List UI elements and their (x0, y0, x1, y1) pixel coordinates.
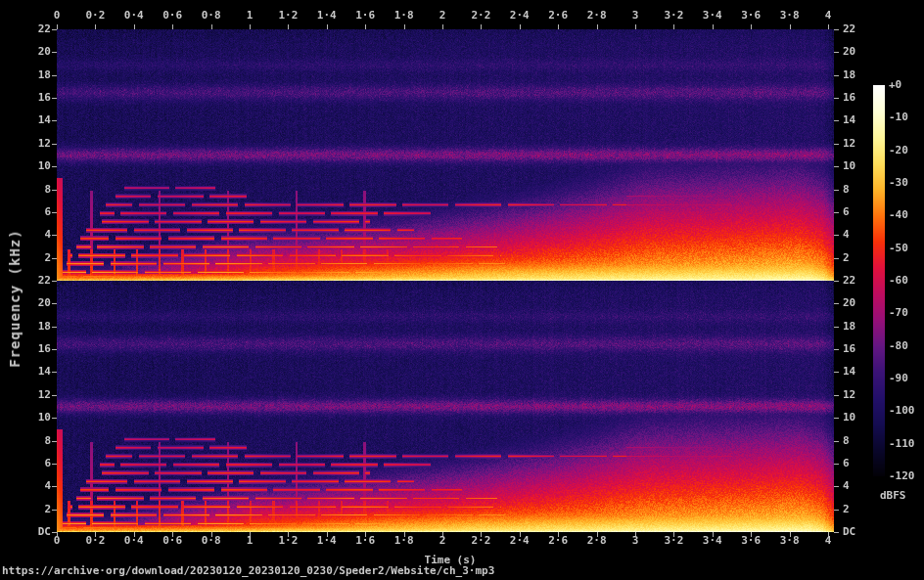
freq-tick-label-left: 22 (0, 275, 51, 287)
time-tick-label-bottom: 0·4 (124, 535, 144, 547)
colorbar-tick-label: +0 (889, 79, 901, 91)
time-tick-label-bottom: 3 (632, 535, 639, 547)
freq-tick-label-left: 6 (0, 458, 51, 469)
freq-tick-label-right: 4 (843, 480, 850, 492)
freq-tick-label-left: 20 (0, 297, 51, 309)
time-tick-label-bottom: 2·6 (548, 535, 568, 547)
time-tick-label-bottom: 1·6 (355, 535, 375, 547)
title-url: https://archive·org/download/20230120_20… (2, 564, 494, 577)
freq-tick-label-right: 6 (843, 206, 850, 218)
freq-tick-label-left: 14 (0, 114, 51, 126)
time-tick-label-bottom: 0 (54, 535, 61, 547)
freq-tick-label-left: 14 (0, 366, 51, 378)
time-tick-label-top: 3 (632, 10, 639, 22)
freq-tick-label-left: 4 (0, 229, 51, 241)
time-tick-label-top: 1·2 (278, 10, 298, 22)
freq-tick-label-left: 4 (0, 480, 51, 492)
freq-tick-label-right: 22 (843, 23, 855, 35)
freq-tick-label-left: 8 (0, 435, 51, 447)
time-tick-label-top: 0·8 (202, 10, 221, 22)
time-tick-label-bottom: 0·8 (202, 535, 221, 547)
freq-tick-label-left: 12 (0, 138, 51, 150)
freq-tick-label-right: 4 (843, 229, 850, 241)
colorbar-tick-label: -50 (889, 243, 908, 254)
time-tick-label-top: 0·2 (85, 10, 105, 22)
freq-tick-label-right: 8 (843, 184, 850, 196)
time-tick-label-bottom: 0·6 (162, 535, 182, 547)
time-tick-label-top: 3·2 (664, 10, 683, 22)
freq-tick-label-left: 18 (0, 321, 51, 333)
colorbar-tick-label: -20 (889, 145, 908, 156)
colorbar-tick-label: -120 (889, 470, 915, 482)
freq-tick-label-left: 10 (0, 160, 51, 172)
time-tick-label-bottom: 0·2 (85, 535, 105, 547)
freq-tick-label-right: 10 (843, 412, 855, 424)
time-tick-label-bottom: 2·8 (587, 535, 607, 547)
time-tick-label-top: 0 (54, 10, 61, 22)
colorbar-tick-label: -100 (889, 405, 915, 417)
time-tick-label-bottom: 2 (439, 535, 446, 547)
freq-tick-label-left: 12 (0, 389, 51, 401)
time-tick-label-bottom: 1·8 (394, 535, 414, 547)
time-tick-label-top: 1·8 (394, 10, 414, 22)
colorbar-tick-label: -80 (889, 340, 908, 352)
time-tick-label-bottom: 4 (825, 535, 832, 547)
colorbar-tick-label: -90 (889, 373, 908, 384)
freq-tick-label-left-dc: DC (0, 526, 51, 538)
spectrogram-canvas (0, 0, 924, 580)
time-tick-label-top: 3·8 (780, 10, 800, 22)
freq-tick-label-right: 12 (843, 389, 855, 401)
freq-tick-label-left: 2 (0, 252, 51, 264)
colorbar-unit-label: dBFS (880, 489, 906, 502)
freq-tick-label-right: 20 (843, 46, 855, 58)
colorbar-tick-label: -70 (889, 307, 908, 319)
time-tick-label-top: 3·4 (703, 10, 722, 22)
time-tick-label-bottom: 3·6 (741, 535, 761, 547)
time-tick-label-bottom: 3·4 (703, 535, 722, 547)
time-tick-label-top: 1 (247, 10, 254, 22)
freq-tick-label-left: 18 (0, 69, 51, 81)
freq-tick-label-right: 12 (843, 138, 855, 150)
freq-tick-label-left: 2 (0, 504, 51, 515)
time-tick-label-top: 2·8 (587, 10, 607, 22)
freq-tick-label-left: 6 (0, 206, 51, 218)
freq-tick-label-right: 22 (843, 275, 855, 287)
spectrogram-figure: Frequency (kHz) 00·20·40·60·811·21·41·61… (0, 0, 924, 580)
time-tick-label-bottom: 1·4 (317, 535, 337, 547)
freq-tick-label-left: 22 (0, 23, 51, 35)
colorbar-tick-label: -10 (889, 112, 908, 123)
time-tick-label-bottom: 1 (247, 535, 254, 547)
time-tick-label-top: 2 (439, 10, 446, 22)
freq-tick-label-right: 18 (843, 321, 855, 333)
freq-tick-label-left: 8 (0, 184, 51, 196)
freq-tick-label-right: 16 (843, 343, 855, 355)
time-tick-label-bottom: 2·4 (510, 535, 530, 547)
time-tick-label-bottom: 3·2 (664, 535, 683, 547)
colorbar-tick-label: -60 (889, 275, 908, 287)
time-tick-label-top: 0·6 (162, 10, 182, 22)
freq-tick-label-right: 20 (843, 297, 855, 309)
freq-tick-label-left: 10 (0, 412, 51, 424)
time-tick-label-top: 2·4 (510, 10, 530, 22)
freq-tick-label-left: 16 (0, 92, 51, 104)
time-tick-label-top: 0·4 (124, 10, 144, 22)
time-tick-label-top: 3·6 (741, 10, 761, 22)
freq-tick-label-right: 6 (843, 458, 850, 469)
freq-tick-label-right: 2 (843, 504, 850, 515)
time-tick-label-bottom: 1·2 (278, 535, 298, 547)
time-tick-label-top: 2·2 (471, 10, 490, 22)
colorbar-tick-label: -110 (889, 438, 915, 450)
freq-tick-label-right: 14 (843, 366, 855, 378)
freq-tick-label-left: 20 (0, 46, 51, 58)
freq-tick-label-right: 8 (843, 435, 850, 447)
time-tick-label-top: 1·4 (317, 10, 337, 22)
freq-tick-label-right: 18 (843, 69, 855, 81)
freq-tick-label-right: 16 (843, 92, 855, 104)
freq-tick-label-right-dc: DC (843, 526, 855, 538)
colorbar-tick-label: -30 (889, 177, 908, 189)
time-tick-label-top: 4 (825, 10, 832, 22)
time-tick-label-bottom: 3·8 (780, 535, 800, 547)
time-tick-label-bottom: 2·2 (471, 535, 490, 547)
freq-tick-label-left: 16 (0, 343, 51, 355)
time-tick-label-top: 2·6 (548, 10, 568, 22)
